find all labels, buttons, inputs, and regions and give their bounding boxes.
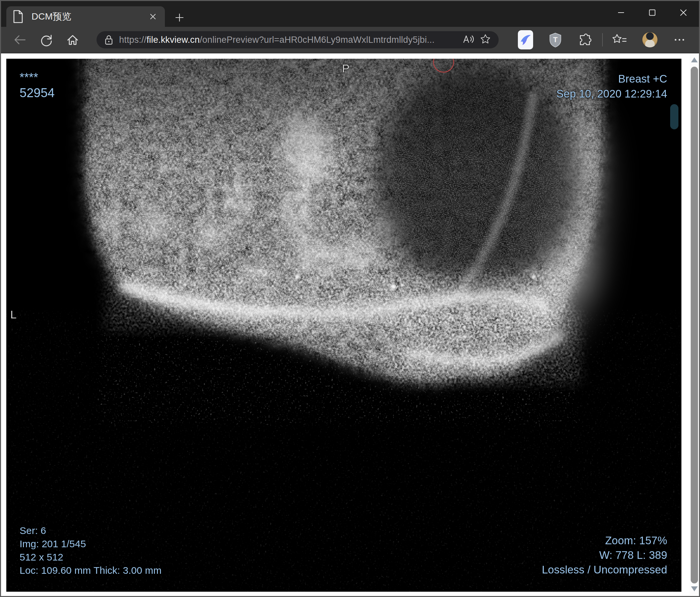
extension-shield-button[interactable]: T (548, 31, 563, 48)
image-number: Img: 201 1/545 (20, 537, 161, 550)
tab-strip: DCM预览 (1, 1, 699, 27)
study-description: Breast +C (556, 71, 667, 86)
orientation-marker-posterior: P (342, 62, 350, 75)
collections-button[interactable] (611, 31, 627, 48)
shield-icon: T (548, 31, 562, 48)
slice-location: Loc: 109.60 mm Thick: 3.00 mm (20, 564, 161, 577)
home-icon (65, 32, 80, 47)
close-icon (679, 9, 688, 17)
close-window-button[interactable] (668, 1, 699, 24)
dicom-viewer[interactable]: **** 52954 Breast +C Sep 10, 2020 12:29:… (6, 59, 681, 592)
series-number: Ser: 6 (20, 524, 161, 537)
zoom-level: Zoom: 157% (542, 533, 667, 548)
scrollbar-thumb[interactable] (691, 67, 698, 583)
url-scheme: https:// (119, 35, 147, 45)
ellipsis-icon (673, 33, 686, 47)
bird-extension-icon (519, 32, 532, 47)
study-info-overlay: Breast +C Sep 10, 2020 12:29:14 (556, 71, 667, 101)
favorite-star-button[interactable] (479, 33, 491, 47)
extension-bird-button[interactable] (518, 30, 533, 49)
series-info-overlay: Ser: 6 Img: 201 1/545 512 x 512 Loc: 109… (20, 524, 161, 577)
url-text[interactable]: https://file.kkview.cn/onlinePreview?url… (119, 35, 457, 45)
home-button[interactable] (62, 30, 83, 50)
browser-window: DCM预览 (0, 0, 700, 597)
patient-name-masked: **** (20, 70, 55, 85)
minimize-icon (617, 9, 625, 16)
maximize-button[interactable] (636, 1, 668, 24)
patient-id: 52954 (20, 85, 55, 101)
tab-title: DCM预览 (31, 10, 147, 23)
read-aloud-button[interactable] (461, 33, 475, 47)
browser-toolbar: https://file.kkview.cn/onlinePreview?url… (1, 27, 699, 53)
star-icon (479, 33, 491, 45)
viewer-scroll-thumb[interactable] (670, 104, 678, 129)
window-controls (605, 1, 699, 27)
settings-menu-button[interactable] (672, 31, 687, 48)
read-aloud-icon (461, 33, 475, 45)
image-matrix: 512 x 512 (20, 550, 161, 564)
back-arrow-icon (12, 32, 27, 47)
refresh-button[interactable] (35, 30, 57, 50)
page-document-icon (12, 10, 24, 23)
shield-badge-letter: T (553, 35, 558, 44)
lock-icon (104, 34, 114, 46)
profile-avatar[interactable] (642, 32, 658, 48)
new-tab-button[interactable] (172, 10, 187, 25)
collections-star-icon (611, 32, 627, 48)
display-info-overlay: Zoom: 157% W: 778 L: 389 Lossless / Unco… (542, 533, 667, 577)
refresh-icon (39, 32, 53, 47)
tab-close-icon[interactable] (147, 10, 159, 23)
study-datetime: Sep 10, 2020 12:29:14 (556, 86, 667, 101)
patient-info-overlay: **** 52954 (20, 70, 55, 101)
puzzle-icon (578, 32, 593, 48)
maximize-icon (649, 9, 656, 16)
minimize-button[interactable] (605, 1, 636, 24)
plus-icon (175, 13, 184, 22)
browser-scrollbar[interactable] (690, 53, 699, 595)
orientation-marker-left: L (10, 308, 17, 321)
tab-dcm-preview[interactable]: DCM预览 (6, 6, 165, 27)
address-bar[interactable]: https://file.kkview.cn/onlinePreview?url… (97, 31, 499, 48)
url-host: file.kkview.cn (147, 35, 200, 45)
toolbar-divider (602, 33, 603, 47)
url-path: /onlinePreview?url=aHR0cHM6Ly9maWxlLmtrd… (200, 35, 434, 45)
page-content: **** 52954 Breast +C Sep 10, 2020 12:29:… (1, 53, 699, 595)
scrollbar-down-arrow-icon[interactable] (691, 587, 698, 591)
scrollbar-up-arrow-icon[interactable] (691, 57, 698, 62)
extensions-menu-button[interactable] (578, 31, 593, 48)
compression-info: Lossless / Uncompressed (542, 563, 667, 577)
window-level: W: 778 L: 389 (542, 548, 667, 563)
back-button[interactable] (9, 30, 30, 50)
mri-image (6, 59, 681, 592)
